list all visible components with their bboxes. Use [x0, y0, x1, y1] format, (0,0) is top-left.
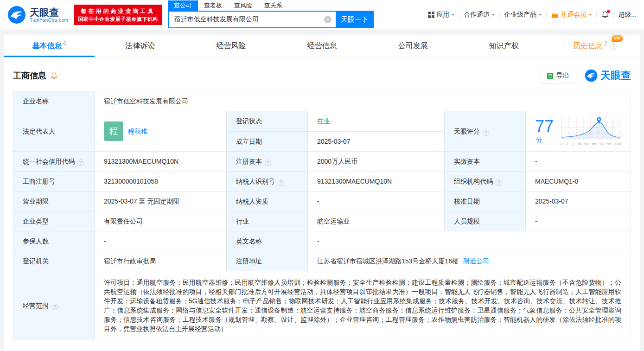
- score-unit: 分: [536, 136, 542, 143]
- term-value: 2025-03-07 至 无固定期限: [95, 191, 227, 211]
- reg-no-label: 工商注册号: [13, 172, 95, 191]
- legal-rep-label: 法定代表人: [13, 111, 95, 152]
- table-row: 工商注册号 321300000101058 纳税人识别号 91321300MAE…: [13, 172, 631, 191]
- tianyancha-logo[interactable]: 天眼查 TianYanCha.com: [7, 6, 68, 24]
- chevron-down-icon: [538, 14, 542, 18]
- approved-date-label: 核准日期: [445, 191, 526, 211]
- divider: [613, 12, 614, 18]
- search-input[interactable]: [169, 16, 336, 23]
- section-title: 工商信息: [13, 70, 46, 81]
- table-row: 企业名称 宿迁市低空科技发展有限公司: [13, 91, 631, 111]
- clear-search-icon[interactable]: [324, 16, 332, 23]
- company-detail-card: 基本信息 6 法律诉讼 经营风险 经营信息 公司发展 知识产权 历史信息 2 V…: [4, 35, 640, 351]
- score-label-cell: 天眼评分: [445, 111, 526, 152]
- tab-operation-label: 经营信息: [307, 41, 337, 51]
- chevron-down-icon: [451, 14, 455, 18]
- help-icon[interactable]: [265, 160, 271, 166]
- authority-label: 登记机关: [13, 251, 95, 271]
- table-row: 参保人数 - 英文名称 -: [13, 231, 631, 251]
- score-label: 天眼评分: [454, 128, 480, 135]
- menu-enterprise-label: 企业级产品: [504, 11, 536, 19]
- excel-export-icon: [547, 72, 554, 79]
- tab-intellectual-property[interactable]: 知识产权: [459, 35, 549, 57]
- taxpayer-quality-label: 纳税人资质: [227, 191, 308, 211]
- basic-info-content: 工商信息 导出: [4, 57, 640, 351]
- table-row: 统一社会信用代码 91321300MAECUMQ10N 注册资本 2000万人民…: [13, 152, 631, 172]
- registration-status[interactable]: 在业: [317, 117, 330, 125]
- search-tab-boss[interactable]: 查老板: [198, 0, 228, 11]
- business-scope-value: 许可项目：通用航空服务；民用航空器维修；民用航空维修人员培训；检验检测服务；安全…: [95, 271, 631, 340]
- english-name-value: -: [308, 231, 631, 251]
- reg-status-cell: 在业: [308, 111, 445, 132]
- address-cell: 江苏省宿迁市宿城区洪泽湖路153号金桥大厦16楼附近公司: [308, 251, 631, 271]
- nearby-companies-link[interactable]: 附近公司: [463, 257, 489, 265]
- term-label: 营业期限: [13, 191, 95, 211]
- paid-capital-value: -: [526, 152, 631, 172]
- brand-domain: TianYanCha.com: [30, 18, 68, 23]
- help-icon[interactable]: [51, 304, 58, 310]
- help-icon[interactable]: [77, 160, 84, 166]
- brand-name: 天眼查: [30, 7, 68, 18]
- divider: [499, 12, 500, 18]
- page-gap: [0, 30, 644, 35]
- menu-super-vip[interactable]: 超级...: [618, 11, 637, 19]
- tab-risk-label: 经营风险: [216, 41, 246, 51]
- staff-size-value: -: [526, 211, 631, 231]
- menu-enterprise-products[interactable]: 企业级产品: [504, 11, 542, 19]
- search-tab-risk[interactable]: 查风险: [228, 0, 258, 11]
- credit-code-value: 91321300MAECUMQ10N: [95, 152, 227, 172]
- help-icon[interactable]: [483, 129, 489, 136]
- help-icon[interactable]: [496, 179, 502, 186]
- score-curve-chart: [560, 116, 621, 140]
- taxpayer-no-value: 91321300MAECUMQ10N: [308, 172, 445, 191]
- tab-operating-info[interactable]: 经营信息: [276, 35, 367, 57]
- est-date-value: 2025-03-07: [308, 131, 445, 152]
- menu-apps[interactable]: 应用: [428, 11, 455, 19]
- score-axis-ticks: 01 315 5085 9799 100: [560, 142, 621, 146]
- table-row: 经营范围 许可项目：通用航空服务；民用航空器维修；民用航空维修人员培训；检验检测…: [13, 271, 631, 340]
- tab-legal-proceedings[interactable]: 法律诉讼: [95, 35, 185, 57]
- search-area: 查公司 查老板 查风险 查关系 天眼一下: [168, 0, 374, 29]
- paid-capital-label: 实缴资本: [445, 152, 526, 172]
- menu-cooperation[interactable]: 合作通道: [464, 11, 495, 19]
- score-chart[interactable]: 01 315 5085 9799 100: [560, 116, 621, 146]
- menu-super-label: 超级...: [618, 11, 637, 19]
- search-tab-company[interactable]: 查公司: [168, 0, 198, 11]
- tab-history-info[interactable]: 历史信息 2 VIP: [549, 35, 640, 57]
- tab-company-development[interactable]: 公司发展: [368, 35, 459, 57]
- industry-label: 行业: [227, 211, 308, 231]
- reg-capital-label: 注册资本: [227, 152, 308, 172]
- menu-apps-label: 应用: [436, 11, 449, 19]
- tab-basic-badge: 6: [63, 40, 66, 47]
- promo-banner: 都在用的商业查询工具 国家中小企业发展子基金旗下机构: [74, 5, 162, 26]
- tab-ip-label: 知识产权: [489, 41, 519, 51]
- notification-bell[interactable]: [601, 11, 609, 19]
- help-icon[interactable]: [278, 179, 284, 186]
- insured-num-label: 参保人数: [13, 231, 95, 251]
- legal-rep-link[interactable]: 程秋稚: [128, 127, 147, 136]
- watermark-brand-text: 天眼查: [600, 69, 631, 83]
- score-number: 77: [535, 117, 554, 136]
- reg-capital-value: 2000万人民币: [308, 152, 445, 172]
- tab-basic-info[interactable]: 基本信息 6: [4, 35, 95, 57]
- export-button[interactable]: 导出: [540, 68, 576, 83]
- logo-bird-icon: [585, 69, 598, 82]
- company-name-value: 宿迁市低空科技发展有限公司: [95, 91, 631, 111]
- est-date-label: 成立日期: [227, 131, 308, 152]
- address-value: 江苏省宿迁市宿城区洪泽湖路153号金桥大厦16楼: [317, 257, 459, 265]
- export-label: 导出: [556, 71, 569, 80]
- taxpayer-no-label: 纳税人识别号: [227, 172, 308, 191]
- monitor-bell-icon[interactable]: [50, 72, 58, 80]
- vip-badge: VIP: [612, 35, 623, 42]
- search-button[interactable]: 天眼一下: [336, 11, 374, 28]
- logo-bird-icon: [7, 6, 26, 24]
- credit-code-label: 统一社会信用代码: [13, 152, 95, 172]
- menu-open-vip[interactable]: 开通会员: [551, 11, 592, 19]
- company-name-label: 企业名称: [13, 91, 95, 111]
- help-icon[interactable]: [610, 43, 617, 50]
- search-tab-relation[interactable]: 查关系: [258, 0, 288, 11]
- tab-operating-risk[interactable]: 经营风险: [185, 35, 276, 57]
- legal-rep-avatar[interactable]: 程: [104, 121, 123, 141]
- tab-history-badge: 2: [604, 40, 607, 47]
- menu-cooperation-label: 合作通道: [464, 11, 490, 19]
